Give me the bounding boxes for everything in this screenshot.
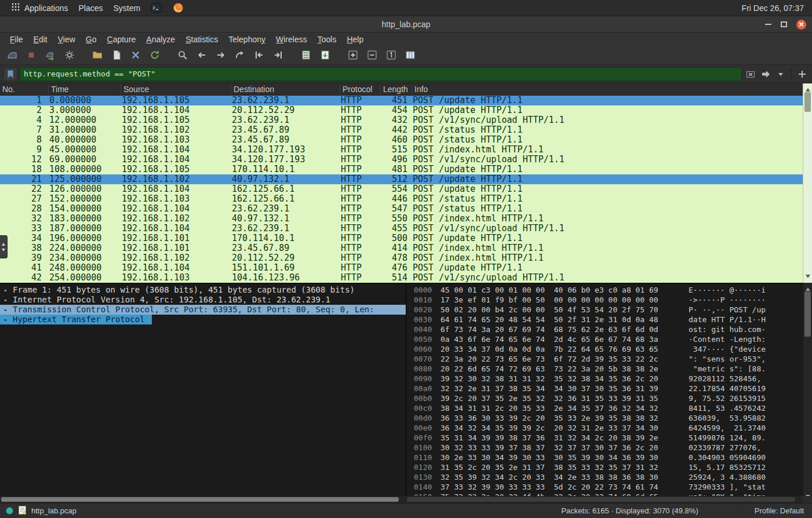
hex-row[interactable]: 015075 73 22 3a 20 22 4f 4b 22 2c 20 22 … [414,492,803,496]
hex-ascii[interactable]: date HTT P/1.1··H [689,315,766,324]
hex-bytes[interactable]: 39 32 30 32 38 31 31 32 35 32 38 34 35 3… [440,374,673,384]
hex-bytes[interactable]: 35 31 34 39 39 38 37 36 31 32 34 2c 20 3… [440,433,673,443]
hex-bytes[interactable]: 31 35 2c 20 35 2e 31 37 38 35 33 32 35 3… [440,462,673,472]
profile-selector[interactable]: Profile: Default [748,506,806,515]
menu-view[interactable]: View [53,34,81,45]
packet-row-39[interactable]: 39234.000000192.168.1.10220.112.52.29HTT… [0,253,803,263]
packet-row-2[interactable]: 23.000000192.168.1.10420.112.52.29HTTP45… [0,105,803,115]
hex-bytes[interactable]: 30 2e 33 30 34 39 30 33 30 35 39 30 34 3… [440,453,673,462]
packet-row-28[interactable]: 28154.000000192.168.1.10423.62.239.1HTTP… [0,204,803,214]
hex-ascii[interactable]: 8411, 53 .4576242 [689,403,766,413]
add-filter-button[interactable] [796,68,809,81]
stop-capture-button[interactable] [24,48,39,63]
go-forward-button[interactable] [213,48,228,63]
menu-telephony[interactable]: Telephony [223,34,271,45]
capture-options-button[interactable] [62,48,77,63]
scroll-down-icon[interactable] [806,275,810,280]
column-header-no[interactable]: No. [0,83,49,95]
packet-row-12[interactable]: 1269.000000192.168.1.10434.120.177.193HT… [0,155,803,165]
hex-ascii[interactable]: 6424599, 21.3740 [689,423,766,433]
go-back-button[interactable] [194,48,209,63]
hex-ascii[interactable]: ": "sens or-953", [689,354,766,364]
hex-row[interactable]: 006020 33 34 37 0d 0a 0d 0a 7b 22 64 65 … [414,344,803,354]
hex-row[interactable]: 00d036 33 36 30 33 39 2c 20 35 33 2e 39 … [414,413,803,423]
capture-comment-icon[interactable] [19,506,26,516]
hex-bytes[interactable]: 45 00 01 c3 00 01 00 00 40 06 b0 e3 c0 a… [440,285,673,295]
column-header-destination[interactable]: Destination [231,83,340,95]
hex-row[interactable]: 008020 22 6d 65 74 72 69 63 73 22 3a 20 … [414,364,803,374]
hex-row[interactable]: 009039 32 30 32 38 31 31 32 35 32 38 34 … [414,374,803,384]
column-header-source[interactable]: Source [121,83,231,95]
menu-capture[interactable]: Capture [102,34,141,45]
hex-bytes[interactable]: 32 32 2e 31 37 38 35 34 34 30 37 30 35 3… [440,384,673,393]
open-file-button[interactable] [90,48,105,63]
packet-row-22[interactable]: 22126.000000192.168.1.104162.125.66.1HTT… [0,184,803,194]
hex-bytes[interactable]: 17 3e ef 01 f9 bf 00 50 00 00 00 00 00 0… [440,295,673,305]
packet-row-1[interactable]: 10.000000192.168.1.10523.62.239.1HTTP451… [0,96,803,105]
menu-go[interactable]: Go [81,34,102,45]
hex-ascii[interactable]: 73290333 ], "stat [689,482,766,492]
hex-row[interactable]: 001017 3e ef 01 f9 bf 00 50 00 00 00 00 … [414,295,803,305]
window-titlebar[interactable]: http_lab.pcap [0,16,812,32]
hex-bytes[interactable]: 36 34 32 34 35 39 39 2c 20 32 31 2e 33 3… [440,423,673,433]
scrollbar-thumb[interactable] [804,291,811,337]
go-last-button[interactable] [271,48,286,63]
clear-filter-button[interactable] [744,68,757,81]
hex-ascii[interactable]: 9, 75.52 26153915 [689,393,766,403]
hex-row[interactable]: 00500a 43 6f 6e 74 65 6e 74 2d 4c 65 6e … [414,334,803,344]
packet-row-8[interactable]: 840.000000192.168.1.10323.45.67.89HTTP46… [0,135,803,145]
hex-row[interactable]: 014037 33 32 39 30 33 33 33 5d 2c 20 22 … [414,482,803,492]
hex-row[interactable]: 013032 35 39 32 34 2c 20 33 34 2e 33 38 … [414,472,803,482]
hex-row[interactable]: 000045 00 01 c3 00 01 00 00 40 06 b0 e3 … [414,285,803,295]
reload-file-button[interactable] [147,48,162,63]
hex-row[interactable]: 00b039 2c 20 37 35 2e 35 32 32 36 31 35 … [414,393,803,403]
bytes-scrollbar[interactable] [803,283,812,503]
hex-bytes[interactable]: 0a 43 6f 6e 74 65 6e 74 2d 4c 65 6e 67 7… [440,334,673,344]
hex-bytes[interactable]: 32 35 39 32 34 2c 20 33 34 2e 33 38 38 3… [440,472,673,482]
hex-bytes[interactable]: 6f 73 74 3a 20 67 69 74 68 75 62 2e 63 6… [440,324,673,334]
display-filter-input[interactable] [20,67,742,81]
hex-ascii[interactable]: ost: git hub.com· [689,324,766,334]
hex-bytes[interactable]: 30 32 33 33 39 37 38 37 32 37 37 30 37 3… [440,443,673,453]
hex-row[interactable]: 002050 02 20 00 b4 2c 00 00 50 4f 53 54 … [414,305,803,315]
hex-ascii[interactable]: P· ··,·· POST /up [689,305,766,315]
detail-line[interactable]: Hypertext Transfer Protocol [0,315,152,324]
detail-line[interactable]: Internet Protocol Version 4, Src: 192.16… [0,295,406,305]
hex-ascii[interactable]: ·>·····P ········ [689,295,766,305]
scrollbar-thumb[interactable] [804,92,811,112]
bytes-h-scrollbar[interactable] [406,496,803,503]
close-button[interactable] [796,20,806,30]
packet-row-7[interactable]: 731.000000192.168.1.10223.45.67.89HTTP44… [0,125,803,135]
zoom-out-button[interactable] [365,48,380,63]
scrollbar-thumb[interactable] [1,497,399,502]
filter-dropdown-button[interactable] [774,68,787,81]
filter-bookmark-button[interactable] [3,67,17,81]
hex-bytes[interactable]: 39 2c 20 37 35 2e 35 32 32 36 31 35 33 3… [440,393,673,403]
firefox-launcher[interactable] [168,0,189,16]
expert-info-icon[interactable] [6,507,13,515]
packet-row-9[interactable]: 945.000000192.168.1.10434.120.177.193HTT… [0,145,803,155]
find-packet-button[interactable] [175,48,190,63]
packet-row-27[interactable]: 27152.000000192.168.1.103162.125.66.1HTT… [0,194,803,204]
scrollbar-thumb[interactable] [407,497,795,502]
hex-row[interactable]: 00f035 31 34 39 39 38 37 36 31 32 34 2c … [414,433,803,443]
hex-bytes[interactable]: 22 3a 20 22 73 65 6e 73 6f 72 2d 39 35 3… [440,354,673,364]
hex-bytes[interactable]: 75 73 22 3a 20 22 4f 4b 22 2c 20 22 74 6… [440,492,673,496]
hex-row[interactable]: 012031 35 2c 20 35 2e 31 37 38 35 33 32 … [414,462,803,472]
applications-menu[interactable]: Applications [6,0,74,16]
save-file-button[interactable] [109,48,124,63]
go-first-button[interactable] [252,48,267,63]
menu-statistics[interactable]: Statistics [180,34,223,45]
auto-scroll-button[interactable] [318,48,333,63]
packet-row-18[interactable]: 18108.000000192.168.1.105170.114.10.1HTT… [0,165,803,174]
hex-ascii[interactable]: 02339787 277076, [689,443,766,453]
start-capture-button[interactable] [5,48,20,63]
hex-row[interactable]: 00c038 34 31 31 2c 20 35 33 2e 34 35 37 … [414,403,803,413]
hex-row[interactable]: 00a032 32 2e 31 37 38 35 34 34 30 37 30 … [414,384,803,393]
menu-tools[interactable]: Tools [312,34,342,45]
scroll-up-icon[interactable] [806,285,810,291]
menu-help[interactable]: Help [341,34,369,45]
column-header-protocol[interactable]: Protocol [340,83,381,95]
packet-row-38[interactable]: 38224.000000192.168.1.10123.45.67.89HTTP… [0,243,803,253]
packet-row-34[interactable]: 34196.000000192.168.1.101170.114.10.1HTT… [0,234,803,243]
